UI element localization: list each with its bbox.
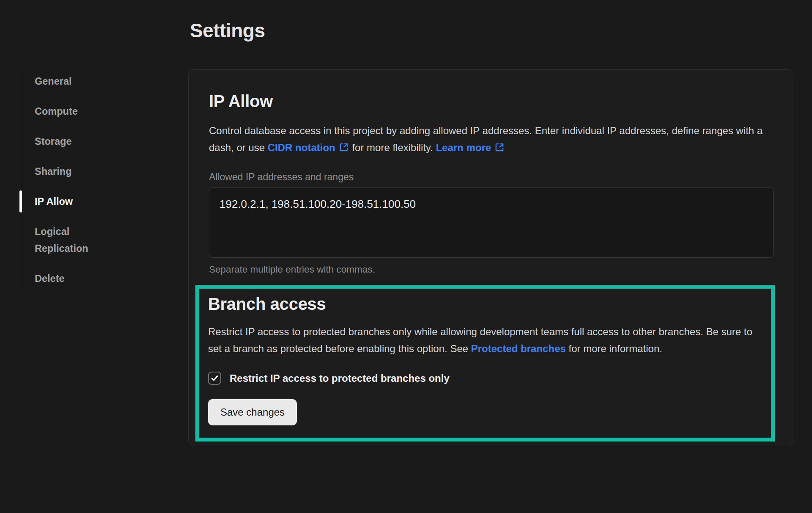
sidebar-item-sharing[interactable]: Sharing [21, 163, 109, 180]
sidebar-item-general[interactable]: General [21, 73, 109, 90]
settings-main: Settings IP Allow Control database acces… [188, 0, 812, 446]
sidebar-item-compute[interactable]: Compute [21, 103, 109, 120]
learn-more-link-label: Learn more [436, 142, 491, 153]
restrict-ip-checkbox-row: Restrict IP access to protected branches… [208, 372, 762, 385]
ip-allow-description-text-2: for more flexibility. [349, 142, 436, 153]
sidebar-item-ip-allow[interactable]: IP Allow [21, 193, 109, 210]
sidebar-item-storage[interactable]: Storage [21, 133, 109, 150]
branch-access-description: Restrict IP access to protected branches… [208, 323, 762, 357]
branch-access-description-text-2: for more information. [566, 343, 662, 354]
restrict-ip-checkbox[interactable] [208, 372, 221, 385]
allowed-ip-textarea[interactable]: 192.0.2.1, 198.51.100.20-198.51.100.50 [209, 188, 774, 258]
external-link-icon [494, 142, 505, 153]
sidebar-item-logical-replication[interactable]: Logical Replication [21, 223, 109, 257]
branch-access-heading: Branch access [208, 294, 762, 314]
settings-nav: General Compute Storage Sharing IP Allow… [21, 69, 188, 289]
sidebar-item-delete[interactable]: Delete [21, 270, 109, 287]
learn-more-link[interactable]: Learn more [436, 142, 505, 153]
allowed-ip-helper-text: Separate multiple entries with commas. [209, 264, 774, 276]
external-link-icon [338, 142, 349, 153]
protected-branches-link[interactable]: Protected branches [471, 343, 566, 354]
protected-branches-link-label: Protected branches [471, 343, 566, 354]
settings-page: General Compute Storage Sharing IP Allow… [0, 0, 812, 446]
ip-allow-heading: IP Allow [209, 91, 774, 111]
save-changes-button[interactable]: Save changes [208, 399, 297, 425]
checkmark-icon [210, 374, 219, 383]
cidr-notation-link-label: CIDR notation [268, 142, 335, 153]
allowed-ip-label: Allowed IP addresses and ranges [209, 171, 774, 183]
cidr-notation-link[interactable]: CIDR notation [268, 142, 349, 153]
branch-access-highlight: Branch access Restrict IP access to prot… [195, 285, 775, 441]
ip-allow-description: Control database access in this project … [209, 122, 774, 156]
settings-sidebar: General Compute Storage Sharing IP Allow… [0, 69, 188, 446]
page-title: Settings [190, 19, 794, 42]
restrict-ip-checkbox-label[interactable]: Restrict IP access to protected branches… [230, 372, 450, 384]
ip-allow-card: IP Allow Control database access in this… [188, 69, 794, 446]
